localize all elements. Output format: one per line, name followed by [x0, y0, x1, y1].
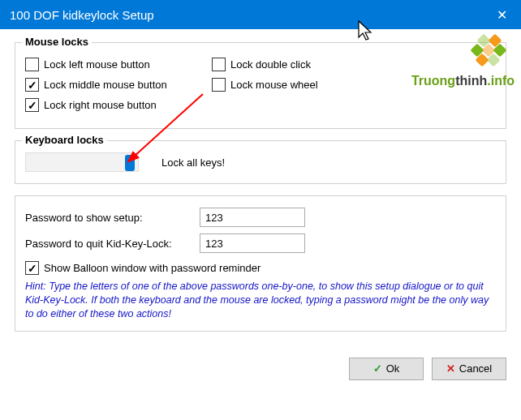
lock-wheel-checkbox[interactable]: Lock mouse wheel: [212, 78, 318, 92]
lock-left-label: Lock left mouse button: [44, 58, 150, 71]
password-quit-input[interactable]: [200, 234, 305, 253]
lock-right-checkbox[interactable]: Lock right mouse button: [25, 98, 212, 112]
checkbox-icon: [25, 98, 39, 112]
lock-right-label: Lock right mouse button: [44, 99, 157, 111]
lock-double-label: Lock double click: [230, 58, 311, 71]
checkbox-icon: [25, 261, 39, 275]
ok-label: Ok: [386, 362, 400, 375]
keyboard-lock-slider[interactable]: [25, 152, 139, 172]
lock-middle-checkbox[interactable]: Lock middle mouse button: [25, 78, 212, 92]
password-group: Password to show setup: Password to quit…: [15, 195, 506, 332]
keyboard-locks-title: Keyboard locks: [22, 134, 107, 146]
password-show-label: Password to show setup:: [25, 212, 200, 224]
slider-label: Lock all keys!: [161, 156, 225, 169]
balloon-checkbox[interactable]: Show Balloon window with password remind…: [25, 261, 496, 275]
hint-text: Hint: Type the letters of one of the abo…: [25, 280, 496, 321]
lock-wheel-label: Lock mouse wheel: [230, 79, 318, 91]
mouse-locks-title: Mouse locks: [22, 36, 92, 48]
cancel-label: Cancel: [459, 362, 492, 375]
close-button[interactable]: ✕: [482, 0, 521, 29]
lock-double-checkbox[interactable]: Lock double click: [212, 58, 311, 71]
mouse-locks-group: Mouse locks Lock left mouse button Lock …: [15, 42, 506, 129]
checkbox-icon: [25, 78, 39, 92]
lock-left-checkbox[interactable]: Lock left mouse button: [25, 58, 212, 71]
button-row: ✓ Ok ✕ Cancel: [0, 353, 521, 380]
window-title: 100 DOF kidkeylock Setup: [10, 8, 154, 22]
cancel-button[interactable]: ✕ Cancel: [432, 358, 506, 380]
checkbox-icon: [25, 58, 39, 71]
slider-thumb[interactable]: [125, 155, 135, 171]
checkbox-icon: [212, 58, 226, 71]
ok-button[interactable]: ✓ Ok: [349, 358, 424, 380]
checkbox-icon: [212, 78, 226, 92]
x-icon: ✕: [446, 362, 455, 375]
password-quit-label: Password to quit Kid-Key-Lock:: [25, 238, 200, 250]
check-icon: ✓: [373, 362, 382, 375]
lock-middle-label: Lock middle mouse button: [44, 79, 167, 91]
close-icon: ✕: [497, 7, 507, 23]
titlebar: 100 DOF kidkeylock Setup ✕: [0, 0, 521, 29]
keyboard-locks-group: Keyboard locks Lock all keys!: [15, 140, 506, 184]
password-show-input[interactable]: [200, 208, 305, 227]
dialog-content: Mouse locks Lock left mouse button Lock …: [0, 29, 521, 353]
balloon-label: Show Balloon window with password remind…: [44, 262, 260, 274]
